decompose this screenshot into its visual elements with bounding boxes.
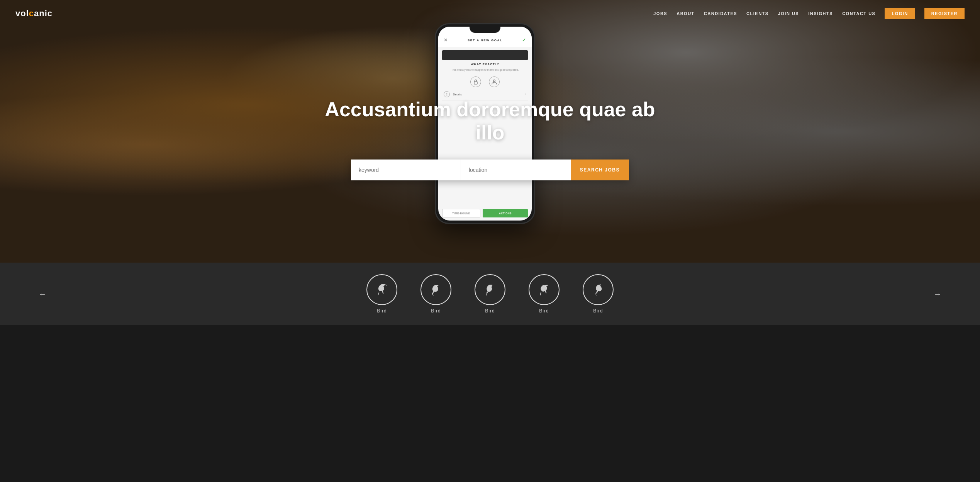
brand-name-4: Bird [539, 308, 549, 314]
bird-icon-5 [590, 281, 607, 298]
location-input[interactable] [461, 160, 571, 180]
brand-circle-2 [420, 274, 451, 305]
brand-circle-1 [366, 274, 397, 305]
svg-point-3 [436, 286, 437, 287]
keyword-input[interactable] [351, 160, 461, 180]
brand-circle-4 [529, 274, 560, 305]
brand-circle-3 [475, 274, 505, 305]
hero-title: Accusantium dororemque quae ab illo [316, 98, 664, 144]
brand-item-3: Bird [475, 274, 505, 314]
brand-name-2: Bird [431, 308, 441, 314]
bird-icon-4 [536, 281, 553, 298]
bird-icon-1 [373, 281, 390, 298]
brands-next-arrow[interactable]: → [926, 290, 949, 299]
svg-point-5 [545, 286, 546, 287]
brand-name-3: Bird [485, 308, 495, 314]
brands-prev-arrow[interactable]: ← [31, 290, 54, 299]
brand-item-1: Bird [366, 274, 397, 314]
hero-content: Accusantium dororemque quae ab illo SEAR… [0, 15, 980, 263]
brand-item-4: Bird [529, 274, 560, 314]
brand-name-1: Bird [377, 308, 387, 314]
svg-point-4 [491, 286, 492, 287]
search-jobs-button[interactable]: SEARCH JOBS [571, 160, 629, 180]
search-bar: SEARCH JOBS [351, 160, 629, 180]
brand-name-5: Bird [593, 308, 603, 314]
svg-point-2 [383, 285, 383, 286]
brand-item-5: Bird [583, 274, 614, 314]
brands-section: ← Bird Bird [0, 263, 980, 325]
brands-list: Bird Bird Bird [54, 274, 926, 314]
hero-section: volcanic JOBS ABOUT CANDIDATES CLIENTS J… [0, 0, 980, 263]
bird-icon-2 [427, 281, 444, 298]
bird-icon-3 [482, 281, 498, 298]
brand-circle-5 [583, 274, 614, 305]
brand-item-2: Bird [420, 274, 451, 314]
svg-point-6 [600, 286, 600, 287]
